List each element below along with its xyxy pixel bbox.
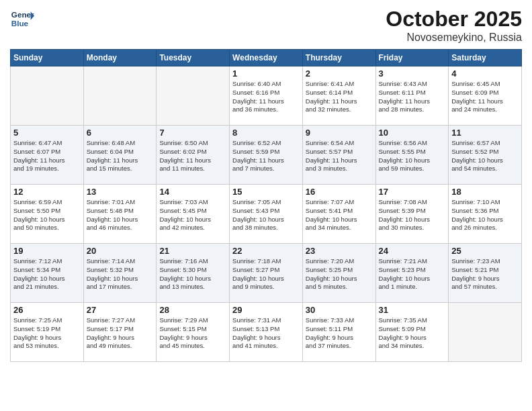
day-cell: 12Sunrise: 6:59 AM Sunset: 5:50 PM Dayli…: [11, 185, 84, 244]
month-title: October 2025: [386, 7, 522, 32]
day-cell: 23Sunrise: 7:20 AM Sunset: 5:25 PM Dayli…: [302, 244, 375, 303]
day-number: 12: [13, 187, 81, 197]
day-cell: 13Sunrise: 7:01 AM Sunset: 5:48 PM Dayli…: [83, 185, 157, 244]
day-number: 14: [159, 187, 226, 197]
day-info: Sunrise: 6:57 AM Sunset: 5:52 PM Dayligh…: [451, 139, 519, 173]
day-cell: 4Sunrise: 6:45 AM Sunset: 6:09 PM Daylig…: [449, 66, 522, 126]
day-number: 19: [13, 246, 81, 256]
day-info: Sunrise: 6:40 AM Sunset: 6:16 PM Dayligh…: [232, 80, 300, 114]
day-info: Sunrise: 6:54 AM Sunset: 5:57 PM Dayligh…: [306, 139, 373, 173]
day-cell: 15Sunrise: 7:05 AM Sunset: 5:43 PM Dayli…: [230, 185, 303, 244]
day-info: Sunrise: 7:31 AM Sunset: 5:13 PM Dayligh…: [232, 316, 300, 351]
day-cell: 22Sunrise: 7:18 AM Sunset: 5:27 PM Dayli…: [230, 244, 303, 303]
day-cell: 2Sunrise: 6:41 AM Sunset: 6:14 PM Daylig…: [302, 66, 375, 126]
day-cell: 28Sunrise: 7:29 AM Sunset: 5:15 PM Dayli…: [157, 303, 230, 362]
day-number: 9: [306, 128, 373, 138]
day-cell: 27Sunrise: 7:27 AM Sunset: 5:17 PM Dayli…: [83, 303, 157, 362]
day-number: 25: [451, 246, 519, 256]
day-cell: 26Sunrise: 7:25 AM Sunset: 5:19 PM Dayli…: [11, 303, 84, 362]
day-info: Sunrise: 7:27 AM Sunset: 5:17 PM Dayligh…: [87, 316, 154, 351]
day-cell: 14Sunrise: 7:03 AM Sunset: 5:45 PM Dayli…: [157, 185, 230, 244]
week-row-2: 5Sunrise: 6:47 AM Sunset: 6:07 PM Daylig…: [11, 126, 522, 185]
day-info: Sunrise: 7:35 AM Sunset: 5:09 PM Dayligh…: [379, 316, 446, 351]
weekday-header-friday: Friday: [375, 50, 449, 66]
day-cell: [11, 66, 84, 126]
calendar: SundayMondayTuesdayWednesdayThursdayFrid…: [10, 49, 522, 362]
day-number: 15: [232, 187, 300, 197]
day-info: Sunrise: 7:03 AM Sunset: 5:45 PM Dayligh…: [159, 198, 226, 232]
day-number: 26: [13, 305, 81, 315]
day-info: Sunrise: 7:23 AM Sunset: 5:21 PM Dayligh…: [451, 257, 519, 291]
day-info: Sunrise: 6:47 AM Sunset: 6:07 PM Dayligh…: [13, 139, 81, 173]
day-number: 1: [232, 68, 300, 79]
day-cell: 11Sunrise: 6:57 AM Sunset: 5:52 PM Dayli…: [449, 126, 522, 185]
header: General Blue October 2025 Novosemeykino,…: [10, 7, 522, 44]
day-info: Sunrise: 7:33 AM Sunset: 5:11 PM Dayligh…: [306, 316, 373, 351]
day-cell: [83, 66, 157, 126]
day-info: Sunrise: 7:10 AM Sunset: 5:36 PM Dayligh…: [451, 198, 519, 232]
day-info: Sunrise: 6:56 AM Sunset: 5:55 PM Dayligh…: [379, 139, 446, 173]
page-container: General Blue October 2025 Novosemeykino,…: [0, 0, 532, 411]
day-number: 29: [232, 305, 300, 315]
day-number: 13: [87, 187, 154, 197]
day-cell: 5Sunrise: 6:47 AM Sunset: 6:07 PM Daylig…: [11, 126, 84, 185]
week-row-4: 19Sunrise: 7:12 AM Sunset: 5:34 PM Dayli…: [11, 244, 522, 303]
weekday-header-thursday: Thursday: [302, 50, 375, 66]
day-info: Sunrise: 6:48 AM Sunset: 6:04 PM Dayligh…: [87, 139, 154, 173]
day-cell: 21Sunrise: 7:16 AM Sunset: 5:30 PM Dayli…: [157, 244, 230, 303]
weekday-header-saturday: Saturday: [449, 50, 522, 66]
weekday-header-sunday: Sunday: [11, 50, 84, 66]
day-cell: 10Sunrise: 6:56 AM Sunset: 5:55 PM Dayli…: [375, 126, 449, 185]
weekday-header-row: SundayMondayTuesdayWednesdayThursdayFrid…: [11, 50, 522, 66]
day-number: 27: [87, 305, 154, 315]
day-number: 8: [232, 128, 300, 138]
day-number: 5: [13, 128, 81, 138]
day-number: 3: [379, 68, 446, 79]
day-info: Sunrise: 7:07 AM Sunset: 5:41 PM Dayligh…: [306, 198, 373, 232]
day-info: Sunrise: 7:18 AM Sunset: 5:27 PM Dayligh…: [232, 257, 300, 291]
day-number: 11: [451, 128, 519, 138]
day-cell: 19Sunrise: 7:12 AM Sunset: 5:34 PM Dayli…: [11, 244, 84, 303]
day-cell: 24Sunrise: 7:21 AM Sunset: 5:23 PM Dayli…: [375, 244, 449, 303]
day-number: 21: [159, 246, 226, 256]
day-info: Sunrise: 6:59 AM Sunset: 5:50 PM Dayligh…: [13, 198, 81, 232]
day-cell: [157, 66, 230, 126]
day-info: Sunrise: 6:52 AM Sunset: 5:59 PM Dayligh…: [232, 139, 300, 173]
week-row-1: 1Sunrise: 6:40 AM Sunset: 6:16 PM Daylig…: [11, 66, 522, 126]
day-number: 18: [451, 187, 519, 197]
day-number: 22: [232, 246, 300, 256]
day-info: Sunrise: 7:16 AM Sunset: 5:30 PM Dayligh…: [159, 257, 226, 291]
day-info: Sunrise: 7:05 AM Sunset: 5:43 PM Dayligh…: [232, 198, 300, 232]
day-number: 7: [159, 128, 226, 138]
day-cell: 9Sunrise: 6:54 AM Sunset: 5:57 PM Daylig…: [302, 126, 375, 185]
day-cell: 6Sunrise: 6:48 AM Sunset: 6:04 PM Daylig…: [83, 126, 157, 185]
day-cell: 31Sunrise: 7:35 AM Sunset: 5:09 PM Dayli…: [375, 303, 449, 362]
day-cell: 8Sunrise: 6:52 AM Sunset: 5:59 PM Daylig…: [230, 126, 303, 185]
day-cell: 7Sunrise: 6:50 AM Sunset: 6:02 PM Daylig…: [157, 126, 230, 185]
day-number: 28: [159, 305, 226, 315]
day-info: Sunrise: 7:20 AM Sunset: 5:25 PM Dayligh…: [306, 257, 373, 291]
logo-icon: General Blue: [10, 7, 34, 31]
weekday-header-monday: Monday: [83, 50, 157, 66]
day-cell: 29Sunrise: 7:31 AM Sunset: 5:13 PM Dayli…: [230, 303, 303, 362]
day-number: 24: [379, 246, 446, 256]
day-info: Sunrise: 7:12 AM Sunset: 5:34 PM Dayligh…: [13, 257, 81, 291]
day-cell: [449, 303, 522, 362]
day-cell: 30Sunrise: 7:33 AM Sunset: 5:11 PM Dayli…: [302, 303, 375, 362]
week-row-5: 26Sunrise: 7:25 AM Sunset: 5:19 PM Dayli…: [11, 303, 522, 362]
weekday-header-wednesday: Wednesday: [230, 50, 303, 66]
day-info: Sunrise: 7:14 AM Sunset: 5:32 PM Dayligh…: [87, 257, 154, 291]
day-number: 10: [379, 128, 446, 138]
day-info: Sunrise: 7:01 AM Sunset: 5:48 PM Dayligh…: [87, 198, 154, 232]
day-number: 31: [379, 305, 446, 315]
day-cell: 3Sunrise: 6:43 AM Sunset: 6:11 PM Daylig…: [375, 66, 449, 126]
weekday-header-tuesday: Tuesday: [157, 50, 230, 66]
day-cell: 16Sunrise: 7:07 AM Sunset: 5:41 PM Dayli…: [302, 185, 375, 244]
day-info: Sunrise: 7:25 AM Sunset: 5:19 PM Dayligh…: [13, 316, 81, 351]
day-number: 23: [306, 246, 373, 256]
day-number: 20: [87, 246, 154, 256]
day-number: 16: [306, 187, 373, 197]
day-info: Sunrise: 7:21 AM Sunset: 5:23 PM Dayligh…: [379, 257, 446, 291]
week-row-3: 12Sunrise: 6:59 AM Sunset: 5:50 PM Dayli…: [11, 185, 522, 244]
day-info: Sunrise: 6:50 AM Sunset: 6:02 PM Dayligh…: [159, 139, 226, 173]
